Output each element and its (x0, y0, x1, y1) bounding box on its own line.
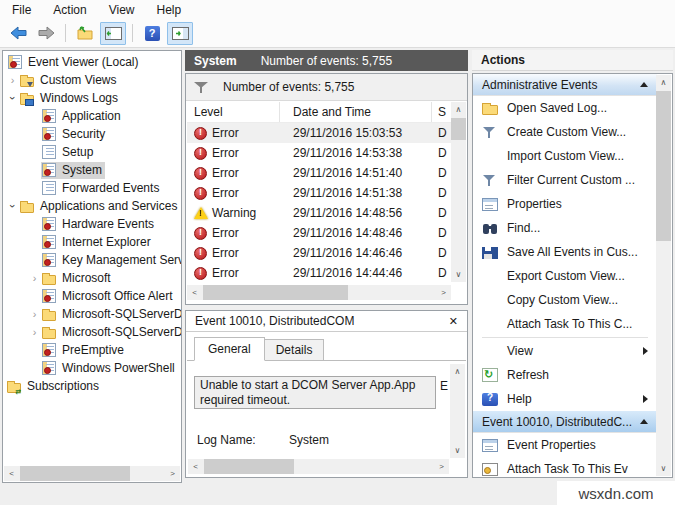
scroll-left-icon[interactable]: < (4, 466, 19, 481)
event-log-icon (42, 343, 56, 357)
action-attach-task-custom-view[interactable]: Attach Task To This C... (473, 312, 657, 336)
scroll-right-icon[interactable]: > (165, 466, 180, 481)
action-save-all-events[interactable]: Save All Events in Cus... (473, 240, 657, 264)
collapse-icon[interactable] (640, 419, 648, 424)
event-row[interactable]: Error 29/11/2016 14:51:40 D (187, 163, 451, 183)
help-button[interactable]: ? (139, 22, 165, 45)
menu-file[interactable]: File (6, 1, 41, 19)
collapse-icon[interactable] (640, 82, 648, 87)
menu-view[interactable]: View (103, 1, 145, 19)
scroll-up-icon[interactable]: ∧ (451, 102, 466, 117)
event-row[interactable]: Error 29/11/2016 14:53:38 D (187, 143, 451, 163)
tree-item-application[interactable]: Application (3, 107, 181, 125)
tree-item-applications-and-services[interactable]: › Applications and Services (3, 197, 181, 215)
tree-item-security[interactable]: Security (3, 125, 181, 143)
tree-item-windows-logs[interactable]: › Windows Logs (3, 89, 181, 107)
action-copy-custom-view[interactable]: Copy Custom View... (473, 288, 657, 312)
tree-item-internet-explorer[interactable]: Internet Explorer (3, 233, 181, 251)
action-find[interactable]: Find... (473, 216, 657, 240)
scroll-down-icon[interactable]: ∨ (450, 443, 465, 458)
event-row[interactable]: Error 29/11/2016 15:03:53 D (187, 123, 451, 143)
event-row[interactable]: Error 29/11/2016 14:48:46 D (187, 223, 451, 243)
forward-button[interactable] (33, 22, 59, 45)
action-attach-task-event[interactable]: Attach Task To This Ev (473, 457, 657, 478)
scroll-up-icon[interactable]: ∧ (450, 364, 465, 379)
expander-collapsed-icon[interactable]: › (28, 323, 41, 341)
tab-general[interactable]: General (194, 337, 265, 361)
scroll-up-icon[interactable]: ∧ (656, 75, 671, 90)
preview-horizontal-scrollbar[interactable]: < > (188, 459, 449, 474)
tree-item-hardware-events[interactable]: Hardware Events (3, 215, 181, 233)
tree-item-microsoft-sqlserver-2[interactable]: › Microsoft-SQLServerD (3, 323, 181, 341)
action-import-custom-view[interactable]: Import Custom View... (473, 144, 657, 168)
tree-item-custom-views[interactable]: › Custom Views (3, 71, 181, 89)
event-log-icon (42, 217, 56, 231)
scrollbar-thumb[interactable] (203, 285, 348, 300)
tab-details[interactable]: Details (264, 339, 325, 361)
action-filter-current-custom-view[interactable]: Filter Current Custom ... (473, 168, 657, 192)
tree-item-preemptive[interactable]: PreEmptive (3, 341, 181, 359)
event-row[interactable]: Warning 29/11/2016 14:48:56 D (187, 203, 451, 223)
event-log-icon (42, 361, 56, 375)
task-icon (482, 463, 498, 476)
action-export-custom-view[interactable]: Export Custom View... (473, 264, 657, 288)
expander-collapsed-icon[interactable]: › (28, 305, 41, 323)
error-icon (194, 147, 207, 160)
event-row[interactable]: Error 29/11/2016 14:44:46 D (187, 263, 451, 282)
event-row[interactable]: Error 29/11/2016 14:51:38 D (187, 183, 451, 203)
scroll-down-icon[interactable]: ∨ (451, 267, 466, 282)
event-row[interactable]: Error 29/11/2016 14:46:46 D (187, 243, 451, 263)
action-event-properties[interactable]: Event Properties (473, 433, 657, 457)
expander-collapsed-icon[interactable]: › (28, 269, 41, 287)
action-open-saved-log[interactable]: Open Saved Log... (473, 96, 657, 120)
actions-vertical-scrollbar[interactable]: ∧ ∨ (656, 75, 671, 476)
tree-item-event-viewer-local[interactable]: Event Viewer (Local) (3, 53, 181, 71)
column-header-datetime[interactable]: Date and Time (280, 102, 432, 122)
tree-item-microsoft[interactable]: › Microsoft (3, 269, 181, 287)
preview-vertical-scrollbar[interactable]: ∧ ∨ (450, 364, 465, 458)
scroll-right-icon[interactable]: > (434, 459, 449, 474)
show-console-tree-button[interactable] (100, 22, 126, 45)
show-action-pane-button[interactable] (167, 22, 193, 45)
scrollbar-thumb[interactable] (20, 466, 130, 481)
scrollbar-thumb[interactable] (656, 91, 671, 241)
event-description-box[interactable]: Unable to start a DCOM Server App.App re… (194, 376, 436, 409)
error-icon (194, 167, 207, 180)
expander-collapsed-icon[interactable]: › (6, 71, 19, 89)
menu-help[interactable]: Help (151, 1, 192, 19)
tree-item-microsoft-sqlserver-1[interactable]: › Microsoft-SQLServerD (3, 305, 181, 323)
action-create-custom-view[interactable]: Create Custom View... (473, 120, 657, 144)
events-vertical-scrollbar[interactable]: ∧ ∨ (451, 102, 466, 282)
action-view[interactable]: View (473, 339, 657, 363)
scroll-left-icon[interactable]: < (188, 459, 203, 474)
tree-item-forwarded-events[interactable]: Forwarded Events (3, 179, 181, 197)
expander-expanded-icon[interactable]: › (4, 92, 22, 105)
open-saved-log-button[interactable] (72, 22, 98, 45)
subscriptions-icon (7, 383, 21, 393)
events-horizontal-scrollbar[interactable]: < > (187, 285, 451, 300)
scroll-down-icon[interactable]: ∨ (656, 461, 671, 476)
expander-expanded-icon[interactable]: › (4, 200, 22, 213)
action-properties[interactable]: Properties (473, 192, 657, 216)
section-event-10010[interactable]: Event 10010, DistributedC... (473, 411, 657, 433)
warning-icon (194, 207, 208, 219)
tree-item-subscriptions[interactable]: Subscriptions (3, 377, 181, 395)
tree-horizontal-scrollbar[interactable]: < > (4, 466, 180, 481)
scrollbar-thumb[interactable] (451, 118, 466, 140)
tree-item-microsoft-office-alert[interactable]: Microsoft Office Alert (3, 287, 181, 305)
scroll-right-icon[interactable]: > (436, 285, 451, 300)
column-header-level[interactable]: Level (187, 102, 280, 122)
section-administrative-events[interactable]: Administrative Events (473, 74, 657, 96)
action-refresh[interactable]: Refresh (473, 363, 657, 387)
action-help[interactable]: Help (473, 387, 657, 411)
close-icon[interactable]: ✕ (449, 315, 458, 328)
menu-action[interactable]: Action (47, 1, 96, 19)
tree-item-setup[interactable]: Setup (3, 143, 181, 161)
tree-item-key-management[interactable]: Key Management Serv (3, 251, 181, 269)
scroll-left-icon[interactable]: < (187, 285, 202, 300)
tree-item-system[interactable]: System (3, 161, 181, 179)
back-button[interactable] (5, 22, 31, 45)
column-header-source[interactable]: S (432, 102, 451, 122)
tree-item-windows-powershell[interactable]: Windows PowerShell (3, 359, 181, 377)
scrollbar-thumb[interactable] (204, 459, 294, 474)
